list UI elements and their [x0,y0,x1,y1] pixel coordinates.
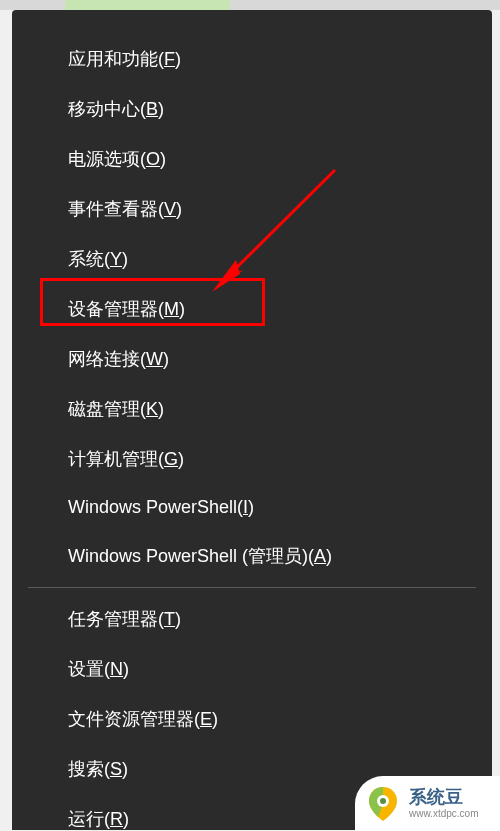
menu-item-suffix: ) [122,249,128,269]
menu-item-accelerator: N [110,659,123,679]
menu-item-label: 搜索( [68,759,110,779]
menu-item-label: Windows PowerShell (管理员)( [68,546,314,566]
menu-item-label: 计算机管理( [68,449,164,469]
menu-item-label: 运行( [68,809,110,829]
menu-item-label: 移动中心( [68,99,146,119]
menu-item-accelerator: B [146,99,158,119]
menu-item-accelerator: T [164,609,175,629]
menu-item-accelerator: W [146,349,163,369]
menu-item-label: 网络连接( [68,349,146,369]
menu-item-suffix: ) [122,759,128,779]
menu-disk-management[interactable]: 磁盘管理(K) [12,384,492,434]
watermark: 系统豆 www.xtdpc.com [355,776,500,831]
menu-item-accelerator: E [200,709,212,729]
menu-device-manager[interactable]: 设备管理器(M) [12,284,492,334]
menu-item-accelerator: M [164,299,179,319]
watermark-title: 系统豆 [409,788,478,808]
menu-item-suffix: ) [326,546,332,566]
menu-item-accelerator: O [146,149,160,169]
menu-item-suffix: ) [123,659,129,679]
menu-item-label: 应用和功能( [68,49,164,69]
menu-item-accelerator: Y [110,249,122,269]
menu-powershell[interactable]: Windows PowerShell(I) [12,484,492,531]
menu-file-explorer[interactable]: 文件资源管理器(E) [12,694,492,744]
menu-item-label: 文件资源管理器( [68,709,200,729]
menu-divider [28,587,476,588]
menu-power-options[interactable]: 电源选项(O) [12,134,492,184]
menu-item-suffix: ) [123,809,129,829]
menu-item-label: 设备管理器( [68,299,164,319]
menu-item-label: 磁盘管理( [68,399,146,419]
menu-item-suffix: ) [175,609,181,629]
menu-item-accelerator: K [146,399,158,419]
menu-item-label: Windows PowerShell( [68,497,243,517]
menu-apps-features[interactable]: 应用和功能(F) [12,34,492,84]
menu-item-label: 电源选项( [68,149,146,169]
watermark-url: www.xtdpc.com [409,808,478,819]
menu-item-suffix: ) [176,199,182,219]
menu-task-manager[interactable]: 任务管理器(T) [12,594,492,644]
menu-item-label: 系统( [68,249,110,269]
menu-item-suffix: ) [158,399,164,419]
menu-system[interactable]: 系统(Y) [12,234,492,284]
menu-item-suffix: ) [175,49,181,69]
menu-item-label: 任务管理器( [68,609,164,629]
top-bar [0,0,500,10]
menu-item-suffix: ) [178,449,184,469]
menu-item-accelerator: A [314,546,326,566]
menu-item-suffix: ) [163,349,169,369]
menu-item-suffix: ) [248,497,254,517]
menu-computer-management[interactable]: 计算机管理(G) [12,434,492,484]
top-bar-accent [65,0,230,10]
menu-item-suffix: ) [212,709,218,729]
winx-menu: 应用和功能(F)移动中心(B)电源选项(O)事件查看器(V)系统(Y)设备管理器… [12,10,492,830]
menu-item-label: 设置( [68,659,110,679]
svg-point-4 [380,798,386,804]
menu-item-suffix: ) [158,99,164,119]
menu-item-accelerator: S [110,759,122,779]
menu-item-accelerator: F [164,49,175,69]
watermark-text: 系统豆 www.xtdpc.com [409,788,478,819]
menu-item-label: 事件查看器( [68,199,164,219]
menu-item-accelerator: G [164,449,178,469]
menu-item-accelerator: R [110,809,123,829]
menu-settings[interactable]: 设置(N) [12,644,492,694]
watermark-icon [363,784,403,824]
menu-item-accelerator: V [164,199,176,219]
menu-event-viewer[interactable]: 事件查看器(V) [12,184,492,234]
menu-item-suffix: ) [160,149,166,169]
menu-item-suffix: ) [179,299,185,319]
menu-network-connections[interactable]: 网络连接(W) [12,334,492,384]
menu-mobility-center[interactable]: 移动中心(B) [12,84,492,134]
menu-powershell-admin[interactable]: Windows PowerShell (管理员)(A) [12,531,492,581]
